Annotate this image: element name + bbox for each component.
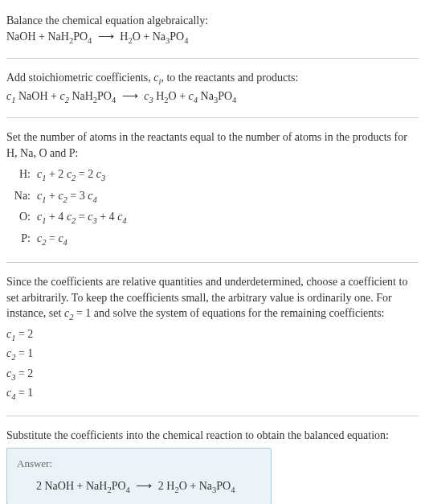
eq-part: PO [216, 480, 231, 492]
text-part: Add stoichiometric coefficients, [6, 72, 153, 84]
list-item: c3 = 2 [6, 365, 419, 384]
eq-part: 2 NaOH + NaH [36, 480, 107, 492]
eq-part: O + [169, 90, 189, 102]
answer-equation: 2 NaOH + NaH2PO4 ⟶ 2 H2O + Na3PO4 [17, 478, 261, 496]
divider [6, 416, 419, 416]
var-sub: 3 [101, 174, 105, 182]
intro-equation: NaOH + NaH2PO4 ⟶ H2O + Na3PO4 [6, 29, 419, 47]
coefficient-list: c1 = 2 c2 = 1 c3 = 2 c4 = 1 [6, 326, 419, 404]
table-row: P: c2 = c4 [11, 230, 132, 249]
value: = 1 [15, 387, 33, 399]
divider [6, 58, 419, 59]
atom-equation: c2 = c4 [37, 230, 132, 249]
eq-part: NaOH [6, 31, 36, 43]
atom-equations-table: H: c1 + 2 c2 = 2 c3 Na: c1 + c2 = 3 c4 O… [10, 164, 133, 251]
op: = 2 [76, 168, 96, 180]
eq-part: + [36, 31, 48, 43]
step3-text: Since the coefficients are relative quan… [6, 274, 419, 324]
table-row: Na: c1 + c2 = 3 c4 [11, 187, 132, 207]
eq-part: PO [97, 90, 112, 102]
atom-label: Na: [11, 187, 35, 207]
divider [6, 262, 419, 263]
atom-label: H: [11, 166, 35, 185]
text-part: , to the reactants and products: [161, 72, 298, 84]
answer-label: Answer: [17, 457, 261, 471]
step4-section: Substitute the coefficients into the che… [6, 421, 419, 504]
var-sub: 4 [63, 237, 67, 246]
step1-equation: c1 NaOH + c2 NaH2PO4 ⟶ c3 H2O + c4 Na3PO… [6, 88, 419, 106]
atom-equation: c1 + 2 c2 = 2 c3 [37, 166, 132, 185]
arrow-icon: ⟶ [130, 480, 158, 492]
eq-part: PO [218, 90, 232, 102]
step2-text: Set the number of atoms in the reactants… [6, 129, 419, 161]
var-sub: 4 [92, 195, 96, 204]
atom-label: O: [11, 208, 35, 227]
intro-section: Balance the chemical equation algebraica… [6, 6, 419, 53]
step1-text: Add stoichiometric coefficients, ci, to … [6, 70, 419, 88]
step2-section: Set the number of atoms in the reactants… [6, 123, 419, 257]
eq-sub: 4 [232, 95, 236, 104]
op: = [76, 211, 88, 223]
arrow-icon: ⟶ [92, 31, 120, 43]
op: = 3 [67, 190, 88, 202]
divider [6, 117, 419, 118]
eq-part: NaOH + [15, 90, 59, 102]
eq-sub: 4 [126, 485, 130, 494]
eq-part: O + Na [133, 31, 166, 43]
value: = 1 [15, 347, 33, 359]
list-item: c4 = 1 [6, 384, 419, 404]
value: = 2 [15, 328, 33, 340]
step1-section: Add stoichiometric coefficients, ci, to … [6, 64, 419, 113]
step4-text: Substitute the coefficients into the che… [6, 428, 419, 444]
eq-part: PO [73, 31, 88, 43]
op: + [46, 190, 58, 202]
eq-part: H [120, 31, 128, 43]
var-sub: 4 [122, 216, 126, 225]
op: = [46, 232, 58, 244]
step3-section: Since the coefficients are relative quan… [6, 268, 419, 411]
eq-part: 2 H [158, 480, 175, 492]
list-item: c2 = 1 [6, 345, 419, 364]
op: + 4 [97, 211, 117, 223]
eq-part: O + Na [179, 480, 212, 492]
eq-part: H [153, 90, 165, 102]
answer-box: Answer: 2 NaOH + NaH2PO4 ⟶ 2 H2O + Na3PO… [6, 448, 272, 504]
list-item: c1 = 2 [6, 326, 419, 345]
intro-text: Balance the chemical equation algebraica… [6, 13, 419, 29]
op: + 4 [46, 211, 66, 223]
atom-label: P: [11, 230, 35, 249]
atom-equation: c1 + c2 = 3 c4 [37, 187, 132, 207]
eq-part: PO [170, 31, 184, 43]
atom-equation: c1 + 4 c2 = c3 + 4 c4 [37, 208, 132, 227]
eq-part: NaH [69, 90, 93, 102]
eq-part: PO [112, 480, 126, 492]
table-row: H: c1 + 2 c2 = 2 c3 [11, 166, 132, 185]
eq-sub: 4 [231, 485, 235, 494]
op: + 2 [46, 168, 66, 180]
eq-part: Na [198, 90, 214, 102]
table-row: O: c1 + 4 c2 = c3 + 4 c4 [11, 208, 132, 227]
text-part: = 1 and solve the system of equations fo… [73, 307, 384, 319]
eq-sub: 4 [184, 35, 188, 44]
value: = 2 [15, 367, 33, 379]
eq-part: NaH [47, 31, 68, 43]
arrow-icon: ⟶ [116, 90, 144, 102]
